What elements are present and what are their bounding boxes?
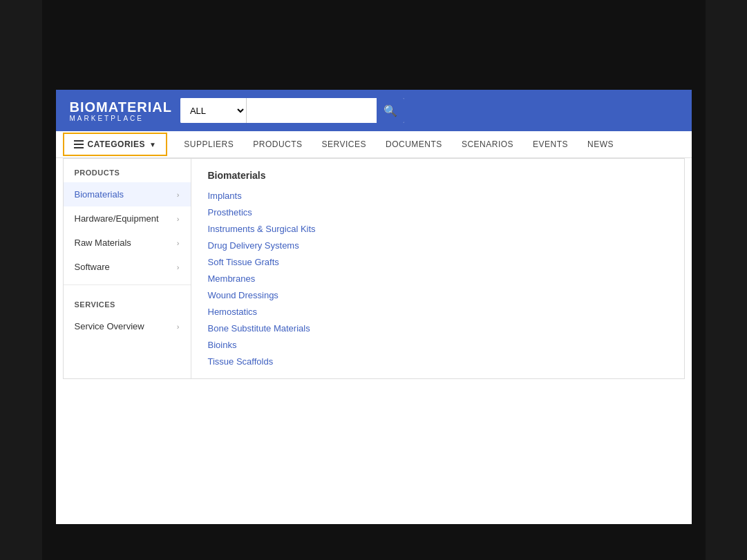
search-icon: 🔍: [384, 104, 397, 117]
right-panel: Biomaterials Implants Prosthetics Instru…: [191, 159, 684, 378]
subcat-implants[interactable]: Implants: [208, 191, 242, 201]
search-category-select[interactable]: ALL Products Suppliers Services: [180, 98, 247, 123]
chevron-right-icon-4: ›: [177, 263, 180, 271]
chevron-right-icon: ›: [177, 191, 180, 199]
menu-item-hardware[interactable]: Hardware/Equipment ›: [64, 206, 191, 231]
categories-label: CATEGORIES: [88, 139, 145, 149]
categories-dropdown: PRODUCTS Biomaterials › Hardware/Equipme…: [63, 158, 685, 379]
nav-item-products[interactable]: PRODUCTS: [243, 131, 312, 157]
dropdown-area: PRODUCTS Biomaterials › Hardware/Equipme…: [56, 158, 692, 524]
nav-item-suppliers[interactable]: SUPPLIERS: [174, 131, 243, 157]
menu-item-hardware-label: Hardware/Equipment: [75, 213, 159, 224]
nav-item-events[interactable]: EVENTS: [523, 131, 578, 157]
chevron-down-icon: ▼: [149, 141, 156, 148]
search-button[interactable]: 🔍: [377, 98, 404, 123]
nav-items-list: SUPPLIERS PRODUCTS SERVICES DOCUMENTS SC…: [174, 131, 623, 157]
menu-item-raw-label: Raw Materials: [75, 238, 131, 248]
subcat-tissue-scaffolds[interactable]: Tissue Scaffolds: [208, 356, 274, 367]
logo-bottom-text: MARKETPLACE: [70, 115, 172, 122]
menu-item-service-overview[interactable]: Service Overview ›: [64, 314, 191, 338]
right-panel-title: Biomaterials: [208, 170, 668, 181]
left-panel: PRODUCTS Biomaterials › Hardware/Equipme…: [64, 159, 191, 378]
logo-top-text: BIOMATERIAL: [70, 99, 172, 115]
menu-item-software[interactable]: Software ›: [64, 255, 191, 279]
menu-item-raw-materials[interactable]: Raw Materials ›: [64, 231, 191, 255]
site-logo: BIOMATERIAL MARKETPLACE: [70, 99, 172, 122]
menu-item-biomaterials[interactable]: Biomaterials ›: [64, 182, 191, 206]
subcat-drug-delivery[interactable]: Drug Delivery Systems: [208, 240, 299, 251]
subcat-prosthetics[interactable]: Prosthetics: [208, 207, 252, 218]
nav-item-scenarios[interactable]: SCENARIOS: [452, 131, 523, 157]
nav-item-services[interactable]: SERVICES: [312, 131, 376, 157]
subcat-membranes[interactable]: Membranes: [208, 273, 256, 284]
search-bar: ALL Products Suppliers Services 🔍: [180, 98, 404, 123]
subcat-bioinks[interactable]: Bioinks: [208, 340, 237, 350]
subcat-bone-substitute[interactable]: Bone Substitute Materials: [208, 323, 310, 334]
chevron-right-icon-5: ›: [177, 322, 180, 331]
subcat-soft-tissue[interactable]: Soft Tissue Grafts: [208, 257, 279, 267]
menu-item-software-label: Software: [75, 262, 110, 272]
products-section-label: PRODUCTS: [64, 159, 191, 182]
services-section-label: SERVICES: [64, 291, 191, 314]
content-filler: [63, 379, 685, 517]
chevron-right-icon-2: ›: [177, 215, 180, 223]
subcat-wound-dressings[interactable]: Wound Dressings: [208, 290, 278, 300]
subcat-instruments[interactable]: Instruments & Surgical Kits: [208, 224, 316, 234]
nav-item-news[interactable]: NEWS: [578, 131, 623, 157]
menu-item-service-label: Service Overview: [75, 321, 144, 331]
nav-item-documents[interactable]: DOCUMENTS: [376, 131, 452, 157]
categories-button[interactable]: CATEGORIES ▼: [63, 133, 168, 156]
menu-item-biomaterials-label: Biomaterials: [75, 189, 124, 200]
hamburger-icon: [74, 140, 84, 148]
divider: [64, 284, 191, 285]
main-nav: CATEGORIES ▼ SUPPLIERS PRODUCTS SERVICES…: [56, 131, 692, 158]
chevron-right-icon-3: ›: [177, 239, 180, 247]
site-header: BIOMATERIAL MARKETPLACE ALL Products Sup…: [56, 90, 692, 131]
subcategory-list: Implants Prosthetics Instruments & Surgi…: [208, 189, 668, 367]
subcat-hemostatics[interactable]: Hemostatics: [208, 307, 258, 317]
search-input[interactable]: [247, 98, 377, 123]
